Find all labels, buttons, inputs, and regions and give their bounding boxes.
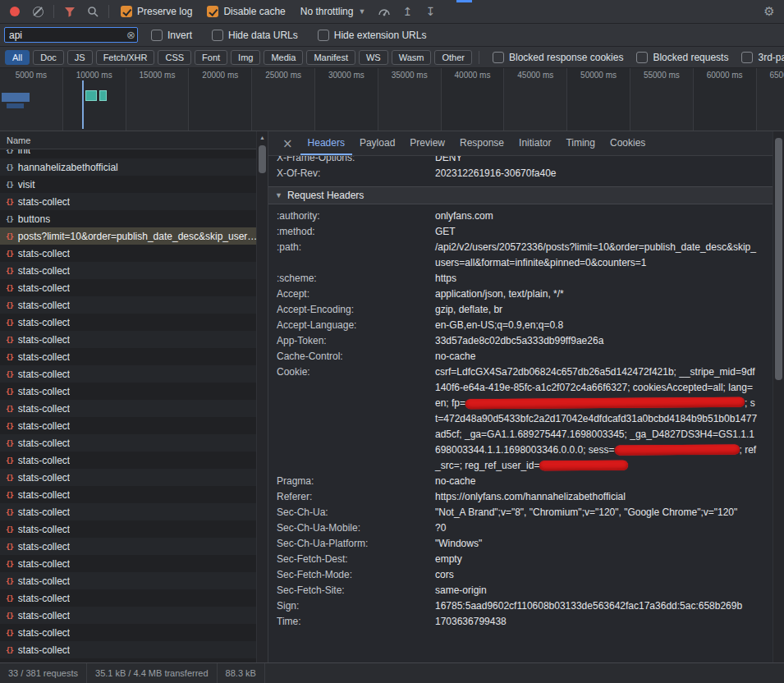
name-column-header[interactable]: Name bbox=[0, 131, 256, 149]
tab-cookies[interactable]: Cookies bbox=[603, 131, 653, 155]
request-row[interactable]: {}stats-collect bbox=[0, 417, 256, 434]
timeline-column[interactable]: 25000 ms bbox=[252, 68, 315, 131]
request-row[interactable]: {}stats-collect bbox=[0, 193, 256, 210]
tab-timing[interactable]: Timing bbox=[558, 131, 603, 155]
request-row[interactable]: {}stats-collect bbox=[0, 607, 256, 624]
request-list-scrollbar[interactable]: ▲ bbox=[256, 131, 268, 662]
type-filter-img[interactable]: Img bbox=[231, 50, 260, 65]
clear-button[interactable] bbox=[27, 2, 48, 21]
header-name: Pragma: bbox=[277, 474, 435, 489]
header-row: X-Of-Rev:202312261916-30670fa40e bbox=[268, 166, 773, 181]
type-filter-css[interactable]: CSS bbox=[158, 50, 191, 65]
network-conditions-button[interactable] bbox=[374, 2, 395, 21]
invert-checkbox[interactable]: Invert bbox=[144, 30, 199, 41]
request-row[interactable]: {}buttons bbox=[0, 210, 256, 227]
timeline-column[interactable]: 45000 ms bbox=[504, 68, 567, 131]
timeline-column[interactable]: 60000 ms bbox=[694, 68, 757, 131]
request-row[interactable]: {}stats-collect bbox=[0, 348, 256, 365]
request-row[interactable]: {}stats-collect bbox=[0, 555, 256, 572]
tab-response[interactable]: Response bbox=[452, 131, 511, 155]
type-filter-doc[interactable]: Doc bbox=[33, 50, 64, 65]
timeline-column[interactable]: 50000 ms bbox=[567, 68, 630, 131]
timeline-overview[interactable]: 5000 ms10000 ms15000 ms20000 ms25000 ms3… bbox=[0, 68, 784, 131]
checkbox-checked-icon bbox=[121, 6, 132, 17]
type-filter-media[interactable]: Media bbox=[264, 50, 303, 65]
request-row[interactable]: {}stats-collect bbox=[0, 262, 256, 279]
throttling-select[interactable]: No throttling ▼ bbox=[294, 6, 373, 17]
blocked-response-cookies-checkbox[interactable]: Blocked response cookies bbox=[486, 52, 630, 63]
preserve-log-checkbox[interactable]: Preserve log bbox=[114, 6, 199, 17]
type-filter-fetch-xhr[interactable]: Fetch/XHR bbox=[96, 50, 155, 65]
scrollbar-thumb[interactable] bbox=[775, 138, 782, 380]
search-button[interactable] bbox=[82, 2, 103, 21]
import-har-button[interactable]: ↥ bbox=[397, 2, 418, 21]
request-row[interactable]: {}stats-collect bbox=[0, 434, 256, 452]
preserve-log-label: Preserve log bbox=[137, 6, 192, 17]
timeline-column[interactable]: 55000 ms bbox=[630, 68, 694, 131]
timeline-column[interactable]: 20000 ms bbox=[189, 68, 252, 131]
header-row: Accept-Language:en-GB,en-US;q=0.9,en;q=0… bbox=[268, 318, 773, 333]
export-har-button[interactable]: ↧ bbox=[420, 2, 441, 21]
request-row[interactable]: {}stats-collect bbox=[0, 331, 256, 348]
request-row[interactable]: {}stats-collect bbox=[0, 400, 256, 417]
request-name: stats-collect bbox=[18, 317, 70, 328]
timeline-column[interactable]: 65000 ms bbox=[757, 68, 784, 131]
type-filter-js[interactable]: JS bbox=[67, 50, 93, 65]
request-headers-section-header[interactable]: ▼ Request Headers bbox=[268, 186, 773, 204]
request-row[interactable]: {}stats-collect bbox=[0, 572, 256, 589]
header-name: Sec-Ch-Ua: bbox=[277, 505, 435, 520]
request-row[interactable]: {}stats-collect bbox=[0, 245, 256, 262]
record-icon bbox=[10, 7, 20, 16]
request-row[interactable]: {}stats-collect bbox=[0, 383, 256, 400]
request-row[interactable]: {}posts?limit=10&order=publish_date_desc… bbox=[0, 227, 256, 245]
request-row[interactable]: {}stats-collect bbox=[0, 365, 256, 383]
scroll-up-icon[interactable]: ▲ bbox=[259, 131, 265, 140]
tab-initiator[interactable]: Initiator bbox=[511, 131, 558, 155]
request-row[interactable]: {}stats-collect bbox=[0, 314, 256, 331]
details-scrollbar[interactable] bbox=[773, 131, 784, 662]
filter-input[interactable] bbox=[4, 27, 138, 43]
request-count: 33 / 381 requests bbox=[0, 663, 87, 683]
hide-data-urls-checkbox[interactable]: Hide data URLs bbox=[205, 30, 305, 41]
timeline-column[interactable]: 35000 ms bbox=[378, 68, 442, 131]
type-filter-wasm[interactable]: Wasm bbox=[392, 50, 432, 65]
type-filter-all[interactable]: All bbox=[5, 50, 30, 65]
type-filter-manifest[interactable]: Manifest bbox=[306, 50, 355, 65]
request-row[interactable]: {}init bbox=[0, 149, 256, 158]
request-row[interactable]: {}stats-collect bbox=[0, 538, 256, 555]
clear-filter-icon[interactable]: ⊗ bbox=[126, 29, 135, 41]
timeline-column[interactable]: 40000 ms bbox=[442, 68, 505, 131]
scrollbar-thumb[interactable] bbox=[259, 145, 266, 173]
request-row[interactable]: {}stats-collect bbox=[0, 503, 256, 520]
request-row[interactable]: {}stats-collect bbox=[0, 641, 256, 658]
request-row[interactable]: {}stats-collect bbox=[0, 452, 256, 469]
filter-toggle-button[interactable] bbox=[59, 2, 80, 21]
record-button[interactable] bbox=[4, 2, 25, 21]
disable-cache-checkbox[interactable]: Disable cache bbox=[200, 6, 291, 17]
timeline-tick-label: 25000 ms bbox=[265, 71, 301, 80]
type-filter-font[interactable]: Font bbox=[195, 50, 227, 65]
request-row[interactable]: {}stats-collect bbox=[0, 279, 256, 296]
timeline-column[interactable]: 15000 ms bbox=[126, 68, 190, 131]
timeline-column[interactable]: 30000 ms bbox=[315, 68, 378, 131]
request-row[interactable]: {}stats-collect bbox=[0, 624, 256, 641]
request-row[interactable]: {}stats-collect bbox=[0, 589, 256, 607]
request-row[interactable]: {}stats-collect bbox=[0, 486, 256, 503]
type-filter-other[interactable]: Other bbox=[434, 50, 472, 65]
3rd-party-requests-checkbox[interactable]: 3rd-party requests bbox=[735, 52, 784, 63]
tab-payload[interactable]: Payload bbox=[352, 131, 402, 155]
request-row[interactable]: {}stats-collect bbox=[0, 469, 256, 486]
request-row[interactable]: {}stats-collect bbox=[0, 296, 256, 314]
blocked-requests-checkbox[interactable]: Blocked requests bbox=[630, 52, 735, 63]
tab-preview[interactable]: Preview bbox=[402, 131, 452, 155]
settings-button[interactable]: ⚙ bbox=[759, 2, 780, 21]
request-row[interactable]: {}visit bbox=[0, 176, 256, 193]
header-name: :path: bbox=[277, 240, 435, 271]
type-filter-ws[interactable]: WS bbox=[359, 50, 388, 65]
close-details-icon[interactable]: × bbox=[275, 136, 300, 151]
timeline-tick-label: 50000 ms bbox=[580, 71, 617, 80]
request-row[interactable]: {}stats-collect bbox=[0, 520, 256, 538]
hide-extension-urls-checkbox[interactable]: Hide extension URLs bbox=[311, 30, 433, 41]
tab-headers[interactable]: Headers bbox=[300, 131, 352, 155]
request-row[interactable]: {}hannahelizabethofficial bbox=[0, 158, 256, 176]
